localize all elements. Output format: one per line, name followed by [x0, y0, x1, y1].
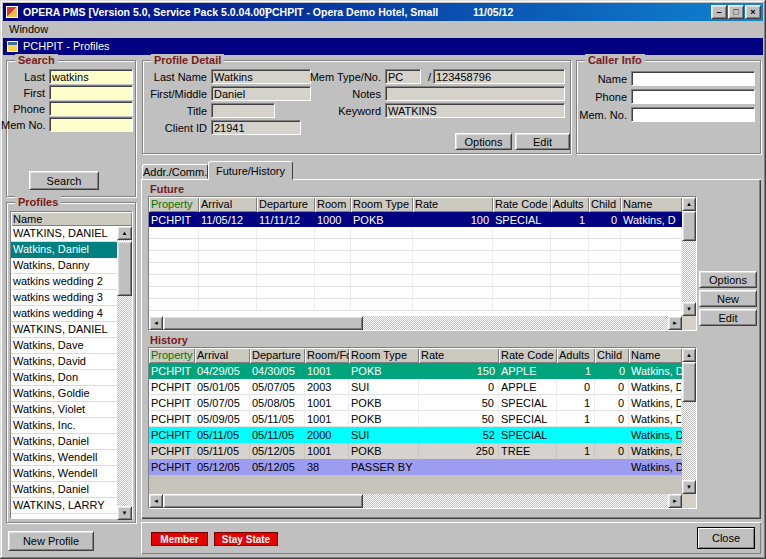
- detail-edit-button[interactable]: Edit: [515, 133, 570, 150]
- profile-list-item[interactable]: Watkins, Dave: [11, 338, 117, 354]
- scroll-up-icon[interactable]: ▲: [682, 348, 696, 362]
- history-row[interactable]: PCHPIT05/07/0505/08/051001POKB50SPECIAL1…: [149, 395, 682, 411]
- history-column-header[interactable]: Rate: [419, 348, 499, 363]
- scroll-left-icon[interactable]: ◄: [149, 316, 163, 330]
- profile-list-item[interactable]: Watkins, Inc.: [11, 418, 117, 434]
- scroll-thumb[interactable]: [682, 211, 696, 241]
- profile-list-item[interactable]: Watkins, Goldie: [11, 386, 117, 402]
- profile-list-item[interactable]: Watkins, Danny: [11, 258, 117, 274]
- history-row[interactable]: PCHPIT04/29/0504/30/051001POKB150APPLE10…: [149, 363, 682, 379]
- scroll-down-icon[interactable]: ▼: [682, 302, 696, 316]
- history-column-header[interactable]: Name: [629, 348, 682, 363]
- first-input[interactable]: [49, 85, 133, 100]
- first-middle-field[interactable]: [211, 86, 311, 101]
- scroll-thumb[interactable]: [682, 362, 696, 402]
- stay-state-badge[interactable]: Stay State: [214, 532, 278, 546]
- caller-name-input[interactable]: [631, 71, 755, 86]
- profile-list-item[interactable]: Watkins, Violet: [11, 402, 117, 418]
- member-badge[interactable]: Member: [151, 532, 208, 546]
- empty-cell: [351, 239, 413, 251]
- scroll-thumb[interactable]: [163, 316, 363, 330]
- history-column-header[interactable]: Property: [149, 348, 195, 363]
- future-column-header[interactable]: Name: [621, 197, 682, 212]
- future-row[interactable]: PCHPIT11/05/1211/11/121000POKB100SPECIAL…: [149, 212, 682, 227]
- history-column-header[interactable]: Child: [595, 348, 629, 363]
- tab-future-history[interactable]: Future/History: [208, 161, 293, 180]
- history-hscrollbar[interactable]: ◄ ►: [149, 494, 682, 508]
- title-field[interactable]: [211, 103, 275, 118]
- future-new-button[interactable]: New: [699, 290, 757, 307]
- profile-list-item[interactable]: watkins wedding 2: [11, 274, 117, 290]
- history-column-header[interactable]: Room Type: [349, 348, 419, 363]
- close-button[interactable]: Close: [697, 527, 755, 549]
- profile-list-item[interactable]: WATKINS, DANIEL: [11, 322, 117, 338]
- search-button[interactable]: Search: [29, 171, 99, 190]
- profile-list-item[interactable]: Watkins, Daniel: [11, 242, 117, 258]
- history-column-header[interactable]: Adults: [557, 348, 595, 363]
- detail-options-button[interactable]: Options: [455, 133, 512, 150]
- future-column-header[interactable]: Adults: [551, 197, 589, 212]
- keyword-field[interactable]: [385, 103, 565, 118]
- profile-list-item[interactable]: Watkins, Daniel: [11, 434, 117, 450]
- phone-input[interactable]: [49, 101, 133, 116]
- future-options-button[interactable]: Options: [699, 271, 757, 288]
- tab-addr-comm[interactable]: Addr./Comm.: [142, 164, 208, 179]
- profile-list-item[interactable]: Watkins, Wendell: [11, 466, 117, 482]
- history-row[interactable]: PCHPIT05/09/0505/11/051001POKB50SPECIAL1…: [149, 411, 682, 427]
- future-column-header[interactable]: Room Type: [351, 197, 413, 212]
- history-column-header[interactable]: Rate Code: [499, 348, 557, 363]
- future-column-header[interactable]: Room: [315, 197, 351, 212]
- scroll-thumb[interactable]: [163, 494, 363, 508]
- history-column-header[interactable]: Departure: [250, 348, 305, 363]
- future-column-header[interactable]: Arrival: [199, 197, 257, 212]
- notes-field[interactable]: [385, 86, 565, 101]
- scroll-left-icon[interactable]: ◄: [149, 494, 163, 508]
- profile-list-item[interactable]: watkins wedding 3: [11, 290, 117, 306]
- mem-type-field[interactable]: [385, 69, 421, 84]
- future-column-header[interactable]: Departure: [257, 197, 315, 212]
- profile-list-item[interactable]: Watkins, David: [11, 354, 117, 370]
- history-cell: APPLE: [499, 379, 557, 395]
- profile-list-item[interactable]: Watkins, Don: [11, 370, 117, 386]
- close-icon[interactable]: ×: [745, 5, 761, 19]
- scroll-up-icon[interactable]: ▲: [682, 197, 696, 211]
- scroll-right-icon[interactable]: ►: [668, 494, 682, 508]
- history-row[interactable]: PCHPIT05/11/0505/12/051001POKB250TREE10W…: [149, 443, 682, 459]
- client-id-field[interactable]: [211, 120, 301, 135]
- profile-list-item[interactable]: WATKINS, DANIEL: [11, 226, 117, 242]
- profile-list-item[interactable]: Watkins, Wendell: [11, 450, 117, 466]
- future-column-header[interactable]: Property: [149, 197, 199, 212]
- caller-mem-input[interactable]: [631, 107, 755, 122]
- scroll-down-icon[interactable]: ▼: [682, 480, 696, 494]
- profiles-scrollbar[interactable]: ▲ ▼: [117, 226, 132, 520]
- profile-list-item[interactable]: Watkins, Daniel: [11, 482, 117, 498]
- minimize-icon[interactable]: –: [711, 5, 727, 19]
- last-input[interactable]: [49, 69, 133, 84]
- maximize-icon[interactable]: □: [728, 5, 744, 19]
- mem-no-input[interactable]: [49, 117, 133, 132]
- profiles-name-header[interactable]: Name: [11, 212, 132, 226]
- last-name-field[interactable]: [211, 69, 311, 84]
- history-vscrollbar[interactable]: ▲ ▼: [682, 348, 696, 494]
- future-edit-button[interactable]: Edit: [699, 309, 757, 326]
- history-column-header[interactable]: Room/Fol: [305, 348, 349, 363]
- scroll-down-icon[interactable]: ▼: [117, 506, 132, 520]
- profile-list-item[interactable]: watkins wedding 4: [11, 306, 117, 322]
- scroll-right-icon[interactable]: ►: [668, 316, 682, 330]
- future-vscrollbar[interactable]: ▲ ▼: [682, 197, 696, 316]
- history-row[interactable]: PCHPIT05/01/0505/07/052003SUI0APPLE00Wat…: [149, 379, 682, 395]
- future-column-header[interactable]: Rate: [413, 197, 493, 212]
- future-column-header[interactable]: Child: [589, 197, 621, 212]
- profile-list-item[interactable]: WATKINS, LARRY: [11, 498, 117, 514]
- scroll-up-icon[interactable]: ▲: [117, 226, 132, 240]
- mem-number-field[interactable]: [433, 69, 565, 84]
- future-hscrollbar[interactable]: ◄ ►: [149, 316, 682, 330]
- caller-phone-input[interactable]: [631, 89, 755, 104]
- scroll-thumb[interactable]: [117, 241, 132, 296]
- menu-window[interactable]: Window: [3, 21, 54, 38]
- history-row[interactable]: PCHPIT05/12/0505/12/0538PASSER BYWatkins…: [149, 459, 682, 475]
- history-column-header[interactable]: Arrival: [195, 348, 250, 363]
- history-row[interactable]: PCHPIT05/11/0505/11/052000SUI52SPECIALWa…: [149, 427, 682, 443]
- new-profile-button[interactable]: New Profile: [8, 531, 94, 551]
- future-column-header[interactable]: Rate Code: [493, 197, 551, 212]
